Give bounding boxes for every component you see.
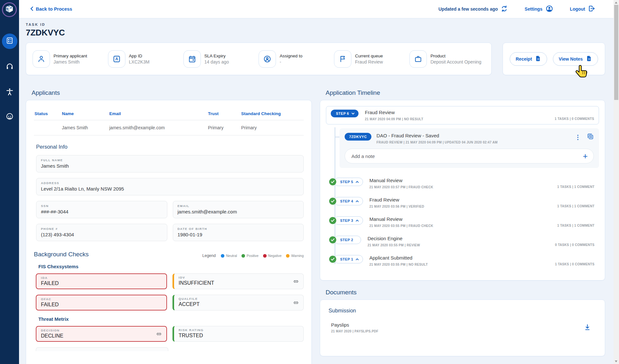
risk-rating-check: RISK RATING TRUSTED [172, 326, 304, 342]
sidebar-item-accessibility[interactable] [0, 88, 19, 97]
background-checks-header: Background Checks Legend Neutral Positiv… [34, 251, 304, 258]
step-3-row[interactable]: STEP 3 Manual Review 21 MAY 2020 03:55 P… [326, 216, 599, 229]
scrollbar-thumb[interactable] [614, 5, 618, 100]
more-options-icon[interactable]: ⋮ [575, 134, 581, 140]
chevron-down-icon [351, 112, 355, 115]
sidebar-item-tasks[interactable] [0, 34, 19, 49]
address-field: ADDRESS Level 2/1a Rialto Ln, Manly NSW … [36, 178, 304, 195]
chevron-up-icon [356, 219, 359, 222]
document-icon [586, 55, 592, 63]
back-to-process-link[interactable]: Back to Process [30, 6, 72, 12]
step-meta: 21 MAY 2020 03:57 PM | FRAUD CHECK [369, 185, 433, 189]
step-title: Manual Review [369, 178, 403, 183]
link-icon[interactable] [293, 300, 299, 306]
open-form-icon[interactable] [587, 133, 594, 141]
step-counts: 1 TASKS | 1 COMMENT [557, 185, 594, 189]
fis-chexsystems-title: FIS Chexsystems [38, 264, 304, 269]
add-note-input-wrap: + [345, 149, 594, 163]
logout-button[interactable]: Logout [570, 5, 595, 13]
step-4-row[interactable]: STEP 4 Fraud Review 21 MAY 2020 03:56 PM… [326, 197, 599, 209]
summary-value: - [280, 59, 302, 64]
idv-check: IDV INSUFFICIENT [172, 273, 304, 289]
note-meta: FRAUD REVIEW | 21 MAY 2020 04:09 PM | UP… [377, 141, 498, 144]
check-value: DECLINE [41, 333, 162, 339]
document-name: Payslips [331, 322, 597, 328]
field-label: EMAIL [178, 204, 299, 208]
step-meta: 21 MAY 2020 03:55 PM | FRAUD CHECK [369, 224, 433, 228]
settings-label: Settings [525, 6, 542, 12]
summary-value: Fraud Review [355, 59, 383, 64]
step-6-row[interactable]: STEP 6 Fraud Review 21 MAY 2020 04:09 PM… [326, 106, 599, 124]
steps-list: STEP 5 Manual Review 21 MAY 2020 03:57 P… [326, 178, 599, 267]
step-1-row[interactable]: STEP 1 Applicant Submitted 21 MAY 2020 0… [326, 255, 599, 267]
column-email: Email [109, 111, 208, 116]
receipt-button[interactable]: Receipt [510, 52, 547, 66]
add-note-input[interactable] [351, 153, 583, 159]
column-trust: Trust [208, 111, 241, 116]
documents-title: Documents [326, 289, 605, 296]
brand-logo[interactable] [2, 2, 17, 17]
clipped-check-field [36, 347, 168, 351]
receipt-label: Receipt [516, 56, 532, 62]
field-value: james.smith@example.com [178, 209, 299, 214]
refresh-icon [501, 5, 508, 13]
threat-metrix-title: Threat Metrix [38, 316, 304, 322]
summary-row: Primary applicant James Smith A App ID L… [26, 43, 605, 75]
link-icon[interactable] [293, 278, 299, 285]
applicants-title: Applicants [32, 89, 312, 96]
step-counts: 1 TASKS | 0 COMMENTS [555, 262, 594, 266]
full-name-field: FULL NAME James Smith [36, 155, 304, 172]
note-actions: ⋮ [575, 133, 594, 141]
step-meta: 21 MAY 2020 03:55 PM | REVIEW [368, 243, 420, 247]
task-id-label: TASK ID [26, 23, 605, 26]
step-5-row[interactable]: STEP 5 Manual Review 21 MAY 2020 03:57 P… [326, 178, 599, 190]
step-counts: 0 TASKS | 0 COMMENTS [555, 243, 594, 247]
legend-text: Warning [291, 254, 304, 258]
refresh-status[interactable]: Updated a few seconds ago [438, 5, 508, 13]
summary-label: Current queue [355, 54, 383, 58]
summary-value: 14 days ago [204, 59, 229, 64]
summary-primary-applicant: Primary applicant James Smith [33, 50, 108, 68]
personal-info-title: Personal Info [36, 144, 304, 150]
sidebar-item-support[interactable] [0, 62, 19, 72]
qualfile-check: QUALFILE ACCEPT [172, 295, 304, 310]
step-1-pill[interactable]: STEP 1 [334, 255, 363, 263]
scrollbar-up-arrow-icon[interactable] [615, 2, 617, 4]
check-value: FAILED [41, 302, 162, 308]
scrollbar-down-arrow-icon[interactable] [615, 360, 617, 362]
step-3-pill[interactable]: STEP 3 [334, 216, 363, 225]
step-2-row[interactable]: STEP 2 Decision Engine 21 MAY 2020 03:55… [326, 236, 599, 248]
page-scrollbar[interactable] [614, 0, 619, 364]
check-label: RISK RATING [179, 328, 299, 332]
step-6-pill[interactable]: STEP 6 [331, 110, 359, 117]
topbar: Back to Process Updated a few seconds ag… [19, 0, 614, 18]
link-icon[interactable] [156, 331, 162, 337]
column-standard-checking: Standard Checking [241, 111, 303, 116]
view-notes-button[interactable]: View Notes [553, 52, 598, 66]
applicant-row[interactable]: James Smith james.smith@example.com Prim… [34, 120, 304, 135]
add-note-plus-icon[interactable]: + [583, 152, 588, 160]
check-value: ACCEPT [179, 301, 299, 307]
check-badge-icon [329, 217, 336, 224]
personal-info-grid: FULL NAME James Smith ADDRESS Level 2/1a… [36, 155, 304, 241]
ida-check: IDA FAILED [36, 273, 167, 289]
threat-metrix-grid: DECISION DECLINE RISK RATING TRUSTED [36, 326, 304, 342]
check-label: IDV [179, 276, 299, 279]
step-pill-label: STEP 1 [340, 257, 353, 261]
step-2-pill[interactable]: STEP 2 [334, 236, 361, 244]
field-value: James Smith [41, 163, 299, 169]
task-id-value: 7ZDKVYC [26, 28, 605, 38]
download-icon[interactable] [584, 323, 591, 332]
updated-text: Updated a few seconds ago [438, 6, 498, 12]
sidebar-item-profile[interactable] [0, 112, 19, 122]
step-4-pill[interactable]: STEP 4 [334, 197, 363, 205]
step-5-pill[interactable]: STEP 5 [334, 178, 363, 186]
chevron-up-icon [356, 180, 359, 184]
timeline-column: Application Timeline STEP 6 Fra [320, 89, 605, 364]
settings-button[interactable]: Settings [525, 5, 553, 14]
person-circle-icon [259, 50, 276, 68]
legend-warning: Warning [286, 254, 304, 258]
field-value: ###-##-3044 [41, 209, 162, 214]
summary-current-queue: Current queue Fraud Review [334, 50, 409, 68]
applicants-column: Applicants Status Name Email Trust Stand… [26, 89, 312, 364]
